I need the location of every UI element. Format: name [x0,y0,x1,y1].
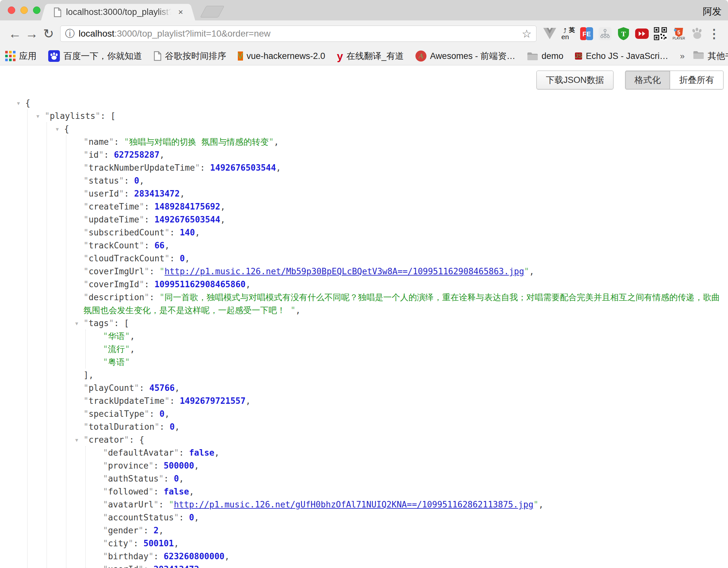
folder-icon [693,50,704,61]
json-key: playlists [50,111,95,121]
json-number-value: 1489284175692 [154,202,220,211]
json-string-value: 粤语 [108,357,125,367]
sitemap-icon[interactable] [598,25,612,42]
json-number-value: 283413472 [134,189,180,198]
json-string-value: 流行 [108,344,125,354]
json-line: "id": 627258287, [83,148,720,161]
json-actions: 下载JSON数据 格式化 折叠所有 [536,71,723,89]
zoom-window-button[interactable] [33,6,40,14]
bookmark-label: 百度一下，你就知道 [63,50,142,62]
collapse-arrow-icon[interactable]: ▼ [52,123,62,136]
json-number-value: 1492676503544 [210,163,276,173]
vue-devtools-icon[interactable] [542,25,557,42]
json-line: ▼"creator": { [83,433,720,446]
profile-name[interactable]: 阿发 [703,5,722,18]
site-info-icon[interactable]: ⓘ [65,27,75,40]
html5-player-icon[interactable]: 5PLAYER [671,25,686,42]
bookmark-google-time-sort[interactable]: 谷歌按时间排序 [154,50,226,62]
bookmark-vue-hackernews[interactable]: Vvue-hackernews-2.0 [238,51,325,61]
paw-icon[interactable] [690,25,705,42]
json-number-value: 0 [180,253,185,263]
bookmarks-overflow-chevron[interactable]: » [680,51,684,61]
bookmark-youdao-translate[interactable]: y在线翻译_有道 [337,50,404,62]
qr-code-icon[interactable] [653,25,668,42]
json-line: "流行", [103,343,720,356]
reload-button[interactable]: ↻ [40,26,57,41]
echojs-icon: JS [575,52,582,60]
json-key: userId [89,189,119,198]
json-line: "trackUpdateTime": 1492679721557, [83,395,720,407]
video-speed-icon[interactable] [634,25,649,42]
minimize-window-button[interactable] [20,6,28,14]
url-text[interactable]: localhost:3000/top_playlist?limit=10&ord… [79,28,518,39]
json-key: trackUpdateTime [89,396,165,406]
back-button[interactable]: ← [6,27,23,41]
json-line: "avatarUrl": "http://p1.music.126.net/gU… [103,498,720,511]
view-mode-group: 格式化 折叠所有 [625,71,723,89]
bookmark-demo[interactable]: demo [527,51,564,61]
bookmark-baidu[interactable]: 百度一下，你就知道 [48,50,142,62]
bookmark-apps[interactable]: 应用 [5,50,37,62]
chrome-menu-icon[interactable]: ⋮ [705,27,723,41]
json-url-link[interactable]: http://p1.music.126.net/gUfH0bhzOfAl71NU… [174,500,533,509]
json-key: totalDuration [89,422,155,432]
tampermonkey-icon[interactable]: T [616,25,631,42]
tab-close-icon[interactable]: × [177,7,184,17]
json-string-value: 独唱与对唱的切换 氛围与情感的转变 [129,137,269,147]
json-key: defaultAvatar [108,448,174,458]
address-bar[interactable]: ⓘ localhost:3000/top_playlist?limit=10&o… [60,26,536,42]
bookmark-star-icon[interactable]: ☆ [522,27,532,40]
download-json-button[interactable]: 下载JSON数据 [536,71,613,89]
svg-text:T: T [621,30,626,38]
json-url-link[interactable]: http://p1.music.126.net/Mb59p30BpEQLcBQe… [164,266,524,276]
browser-tab[interactable]: localhost:3000/top_playlist?limit=10&ord… [49,4,188,20]
svg-text:FE: FE [582,30,591,38]
new-tab-button[interactable] [200,6,224,17]
json-number-value: 45766 [149,383,175,393]
page-content: 下载JSON数据 格式化 折叠所有 ▼{▼"playlists": [▼{"na… [0,65,728,568]
collapse-all-button[interactable]: 折叠所有 [670,71,723,89]
collapse-arrow-icon[interactable]: ▼ [33,110,43,123]
translate-icon[interactable]: 英⤴en [561,25,576,42]
bookmark-awesomes[interactable]: AAwesomes - 前端资… [415,50,515,62]
json-number-value: 283413472 [154,564,199,568]
forward-button[interactable]: → [23,27,40,41]
bookmark-label: 在线翻译_有道 [347,50,404,62]
json-line: "userId": 283413472, [83,187,720,200]
json-number-value: 0 [174,474,179,484]
json-number-value: 140 [180,228,195,237]
bookmark-label: Awesomes - 前端资… [430,50,515,62]
collapse-arrow-icon[interactable]: ▼ [72,317,82,330]
json-line: "createTime": 1489284175692, [83,200,720,213]
bookmark-label: demo [542,51,564,61]
json-key: tags [89,318,109,328]
json-line: "coverImgUrl": "http://p1.music.126.net/… [83,265,720,278]
json-key: gender [108,526,138,535]
json-key: createTime [89,202,139,211]
bookmark-label: 应用 [19,50,37,62]
json-line: "totalDuration": 0, [83,420,720,433]
toolbar: ← → ↻ ⓘ localhost:3000/top_playlist?limi… [0,20,728,47]
json-key: coverImgId [89,279,139,289]
close-window-button[interactable] [8,6,15,14]
traffic-lights [8,6,40,14]
json-key: id [89,150,99,160]
bookmarks-bar: 应用百度一下，你就知道谷歌按时间排序Vvue-hackernews-2.0y在线… [0,47,728,65]
format-button[interactable]: 格式化 [625,71,670,89]
json-number-value: 627258287 [114,150,160,160]
awesomes-icon: A [415,50,426,61]
collapse-arrow-icon[interactable]: ▼ [72,434,82,447]
json-line: "userId": 283413472, [103,563,720,568]
json-line: "birthday": 623260800000, [103,550,720,563]
json-key: updateTime [89,215,139,224]
json-number-value: 66 [154,240,164,250]
json-line: "accountStatus": 0, [103,511,720,524]
fe-icon[interactable]: FE [579,25,594,42]
other-bookmarks-folder[interactable]: 其他书签 [693,50,728,62]
collapse-arrow-icon[interactable]: ▼ [14,97,23,110]
json-line: "华语", [103,330,720,343]
bookmark-label: 谷歌按时间排序 [165,50,226,62]
json-boolean-value: false [189,448,214,458]
bookmark-echojs[interactable]: JSEcho JS - JavaScri… [575,51,668,61]
json-number-value: 1492676503544 [154,215,220,224]
